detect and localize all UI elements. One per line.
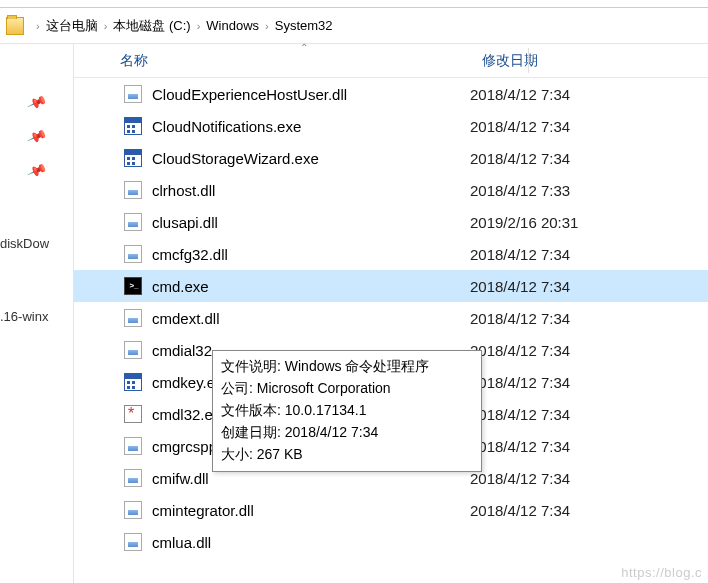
breadcrumb[interactable]: › 这台电脑 › 本地磁盘 (C:) › Windows › System32 [0, 8, 708, 44]
breadcrumb-segment[interactable]: 这台电脑 [46, 17, 98, 35]
file-date: 2018/4/12 7:34 [470, 406, 570, 423]
dll-file-icon [124, 437, 142, 455]
dll-file-icon [124, 85, 142, 103]
breadcrumb-segment[interactable]: System32 [275, 18, 333, 33]
pin-icon[interactable]: 📌 [26, 160, 47, 181]
file-row[interactable]: cmd.exe2018/4/12 7:34 [74, 270, 708, 302]
dll-file-icon [124, 533, 142, 551]
folder-icon [6, 17, 24, 35]
file-row[interactable]: clrhost.dll2018/4/12 7:33 [74, 174, 708, 206]
file-name: cmifw.dll [152, 470, 470, 487]
file-list-pane: ⌃ 名称 修改日期 CloudExperienceHostUser.dll201… [74, 44, 708, 583]
tooltip-created: 创建日期: 2018/4/12 7:34 [221, 421, 473, 443]
dll-file-icon [124, 501, 142, 519]
file-rows: CloudExperienceHostUser.dll2018/4/12 7:3… [74, 78, 708, 558]
dll-file-icon [124, 469, 142, 487]
tooltip-size: 大小: 267 KB [221, 443, 473, 465]
chevron-right-icon[interactable]: › [36, 20, 40, 32]
tooltip-company: 公司: Microsoft Corporation [221, 377, 473, 399]
sidebar-item[interactable]: diskDow [0, 236, 73, 251]
file-date: 2018/4/12 7:34 [470, 150, 570, 167]
file-date: 2018/4/12 7:34 [470, 502, 570, 519]
file-date: 2018/4/12 7:34 [470, 118, 570, 135]
dll-file-icon [124, 245, 142, 263]
exe-blue-file-icon [124, 149, 142, 167]
file-name: cmintegrator.dll [152, 502, 470, 519]
dll-file-icon [124, 309, 142, 327]
file-row[interactable]: CloudStorageWizard.exe2018/4/12 7:34 [74, 142, 708, 174]
column-divider[interactable] [528, 48, 529, 73]
file-name: cmcfg32.dll [152, 246, 470, 263]
exe-blue-file-icon [124, 373, 142, 391]
file-row[interactable]: cmcfg32.dll2018/4/12 7:34 [74, 238, 708, 270]
file-name: cmdext.dll [152, 310, 470, 327]
columns-header: ⌃ 名称 修改日期 [74, 44, 708, 78]
breadcrumb-segment[interactable]: 本地磁盘 (C:) [113, 17, 190, 35]
file-name: CloudExperienceHostUser.dll [152, 86, 470, 103]
file-tooltip: 文件说明: Windows 命令处理程序 公司: Microsoft Corpo… [212, 350, 482, 472]
file-date: 2018/4/12 7:34 [470, 86, 570, 103]
file-row[interactable]: CloudNotifications.exe2018/4/12 7:34 [74, 110, 708, 142]
file-row[interactable]: cmintegrator.dll2018/4/12 7:34 [74, 494, 708, 526]
file-name: CloudNotifications.exe [152, 118, 470, 135]
cmd-file-icon [124, 277, 142, 295]
chevron-right-icon[interactable]: › [265, 20, 269, 32]
chevron-right-icon[interactable]: › [104, 20, 108, 32]
file-date: 2018/4/12 7:34 [470, 246, 570, 263]
breadcrumb-segment[interactable]: Windows [206, 18, 259, 33]
pin-icon[interactable]: 📌 [26, 126, 47, 147]
ribbon-stub [0, 0, 708, 8]
tooltip-description: 文件说明: Windows 命令处理程序 [221, 355, 473, 377]
file-date: 2018/4/12 7:34 [470, 470, 570, 487]
exe-blue-file-icon [124, 117, 142, 135]
file-date: 2018/4/12 7:34 [470, 278, 570, 295]
file-row[interactable]: clusapi.dll2019/2/16 20:31 [74, 206, 708, 238]
dll-file-icon [124, 213, 142, 231]
dll-file-icon [124, 341, 142, 359]
file-date: 2018/4/12 7:34 [470, 438, 570, 455]
file-name: clrhost.dll [152, 182, 470, 199]
file-name: cmd.exe [152, 278, 470, 295]
sys-file-icon [124, 405, 142, 423]
pin-icon[interactable]: 📌 [26, 92, 47, 113]
column-header-name[interactable]: 名称 [74, 52, 462, 70]
chevron-right-icon[interactable]: › [197, 20, 201, 32]
file-date: 2019/2/16 20:31 [470, 214, 578, 231]
sidebar-item[interactable]: .16-winx [0, 309, 73, 324]
file-name: cmlua.dll [152, 534, 470, 551]
sidebar: 📌 📌 📌 diskDow .16-winx [0, 44, 74, 583]
tooltip-version: 文件版本: 10.0.17134.1 [221, 399, 473, 421]
file-date: 2018/4/12 7:34 [470, 310, 570, 327]
file-name: CloudStorageWizard.exe [152, 150, 470, 167]
file-date: 2018/4/12 7:34 [470, 374, 570, 391]
sort-ascending-icon[interactable]: ⌃ [300, 42, 308, 53]
file-date: 2018/4/12 7:34 [470, 342, 570, 359]
dll-file-icon [124, 181, 142, 199]
file-row[interactable]: cmlua.dll [74, 526, 708, 558]
file-row[interactable]: CloudExperienceHostUser.dll2018/4/12 7:3… [74, 78, 708, 110]
file-name: clusapi.dll [152, 214, 470, 231]
file-row[interactable]: cmdext.dll2018/4/12 7:34 [74, 302, 708, 334]
column-header-date[interactable]: 修改日期 [462, 52, 662, 70]
file-date: 2018/4/12 7:33 [470, 182, 570, 199]
